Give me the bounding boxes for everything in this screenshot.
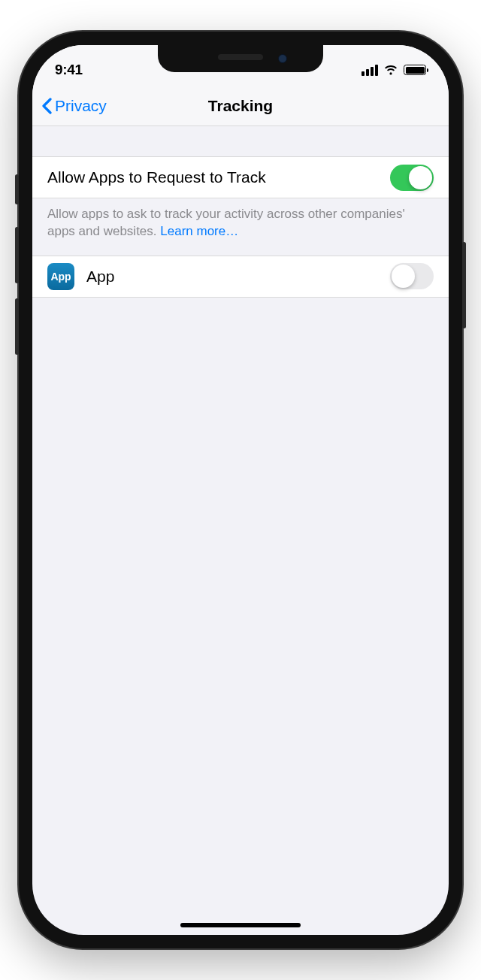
iphone-frame: 9:41 Privacy Tracking — [19, 32, 462, 948]
allow-tracking-label: Allow Apps to Request to Track — [47, 168, 390, 186]
volume-down-button — [15, 298, 19, 355]
app-icon: App — [47, 263, 74, 290]
allow-tracking-toggle[interactable] — [390, 165, 434, 191]
front-camera — [278, 54, 287, 63]
status-time: 9:41 — [55, 62, 83, 78]
status-icons — [362, 65, 426, 76]
settings-content: Allow Apps to Request to Track Allow app… — [32, 126, 449, 298]
learn-more-link[interactable]: Learn more… — [160, 224, 238, 238]
app-tracking-toggle[interactable] — [390, 263, 434, 289]
notch — [158, 45, 323, 72]
cellular-icon — [362, 65, 378, 76]
app-name-label: App — [86, 268, 390, 286]
navigation-bar: Privacy Tracking — [32, 86, 449, 126]
back-button[interactable]: Privacy — [41, 97, 107, 115]
allow-tracking-cell: Allow Apps to Request to Track — [32, 156, 449, 198]
allow-tracking-footer: Allow apps to ask to track your activity… — [32, 198, 449, 256]
screen: 9:41 Privacy Tracking — [32, 45, 449, 935]
page-title: Tracking — [208, 97, 273, 115]
battery-icon — [404, 65, 426, 75]
wifi-icon — [383, 65, 398, 76]
mute-switch — [15, 174, 19, 204]
home-indicator[interactable] — [180, 923, 301, 927]
chevron-left-icon — [41, 98, 52, 114]
volume-up-button — [15, 227, 19, 283]
speaker — [218, 54, 263, 60]
back-label: Privacy — [55, 97, 107, 115]
power-button — [462, 242, 466, 328]
app-tracking-cell: App App — [32, 256, 449, 298]
